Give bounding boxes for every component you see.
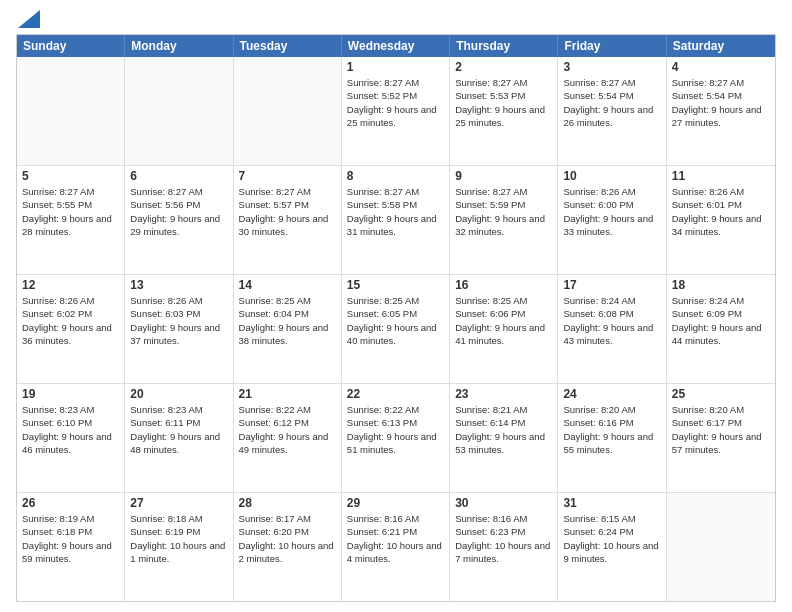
cell-date-number: 8 [347, 169, 444, 183]
day-header-wednesday: Wednesday [342, 35, 450, 57]
daylight-label: Daylight: 10 hours and 1 minute. [130, 540, 225, 564]
sunrise-label: Sunrise: 8:27 AM [22, 186, 94, 197]
daylight-label: Daylight: 9 hours and 41 minutes. [455, 322, 545, 346]
daylight-label: Daylight: 9 hours and 38 minutes. [239, 322, 329, 346]
cell-7: 7Sunrise: 8:27 AMSunset: 5:57 PMDaylight… [234, 166, 342, 274]
sunrise-label: Sunrise: 8:15 AM [563, 513, 635, 524]
sunset-label: Sunset: 6:08 PM [563, 308, 633, 319]
cell-20: 20Sunrise: 8:23 AMSunset: 6:11 PMDayligh… [125, 384, 233, 492]
cell-date-number: 25 [672, 387, 770, 401]
sunrise-label: Sunrise: 8:22 AM [347, 404, 419, 415]
cell-date-number: 20 [130, 387, 227, 401]
cell-info: Sunrise: 8:27 AMSunset: 5:56 PMDaylight:… [130, 185, 227, 238]
cell-1: 1Sunrise: 8:27 AMSunset: 5:52 PMDaylight… [342, 57, 450, 165]
cell-25: 25Sunrise: 8:20 AMSunset: 6:17 PMDayligh… [667, 384, 775, 492]
cell-12: 12Sunrise: 8:26 AMSunset: 6:02 PMDayligh… [17, 275, 125, 383]
daylight-label: Daylight: 9 hours and 55 minutes. [563, 431, 653, 455]
cell-info: Sunrise: 8:20 AMSunset: 6:17 PMDaylight:… [672, 403, 770, 456]
cell-date-number: 13 [130, 278, 227, 292]
cell-date-number: 18 [672, 278, 770, 292]
cell-info: Sunrise: 8:18 AMSunset: 6:19 PMDaylight:… [130, 512, 227, 565]
cell-info: Sunrise: 8:27 AMSunset: 5:58 PMDaylight:… [347, 185, 444, 238]
cell-18: 18Sunrise: 8:24 AMSunset: 6:09 PMDayligh… [667, 275, 775, 383]
cell-date-number: 2 [455, 60, 552, 74]
sunrise-label: Sunrise: 8:22 AM [239, 404, 311, 415]
cell-date-number: 5 [22, 169, 119, 183]
cell-info: Sunrise: 8:27 AMSunset: 5:54 PMDaylight:… [563, 76, 660, 129]
sunset-label: Sunset: 6:09 PM [672, 308, 742, 319]
cell-info: Sunrise: 8:23 AMSunset: 6:11 PMDaylight:… [130, 403, 227, 456]
daylight-label: Daylight: 9 hours and 36 minutes. [22, 322, 112, 346]
cell-date-number: 29 [347, 496, 444, 510]
sunset-label: Sunset: 6:24 PM [563, 526, 633, 537]
sunset-label: Sunset: 6:20 PM [239, 526, 309, 537]
cell-date-number: 24 [563, 387, 660, 401]
cell-info: Sunrise: 8:25 AMSunset: 6:05 PMDaylight:… [347, 294, 444, 347]
sunrise-label: Sunrise: 8:27 AM [347, 186, 419, 197]
cell-info: Sunrise: 8:16 AMSunset: 6:21 PMDaylight:… [347, 512, 444, 565]
daylight-label: Daylight: 9 hours and 31 minutes. [347, 213, 437, 237]
sunrise-label: Sunrise: 8:19 AM [22, 513, 94, 524]
sunset-label: Sunset: 6:19 PM [130, 526, 200, 537]
sunset-label: Sunset: 6:01 PM [672, 199, 742, 210]
cell-14: 14Sunrise: 8:25 AMSunset: 6:04 PMDayligh… [234, 275, 342, 383]
sunrise-label: Sunrise: 8:27 AM [455, 77, 527, 88]
cell-date-number: 23 [455, 387, 552, 401]
sunset-label: Sunset: 5:55 PM [22, 199, 92, 210]
sunset-label: Sunset: 6:21 PM [347, 526, 417, 537]
sunset-label: Sunset: 5:57 PM [239, 199, 309, 210]
sunset-label: Sunset: 6:17 PM [672, 417, 742, 428]
cell-6: 6Sunrise: 8:27 AMSunset: 5:56 PMDaylight… [125, 166, 233, 274]
cell-19: 19Sunrise: 8:23 AMSunset: 6:10 PMDayligh… [17, 384, 125, 492]
sunset-label: Sunset: 6:14 PM [455, 417, 525, 428]
logo-icon [18, 10, 40, 28]
daylight-label: Daylight: 9 hours and 44 minutes. [672, 322, 762, 346]
sunset-label: Sunset: 6:11 PM [130, 417, 200, 428]
sunrise-label: Sunrise: 8:27 AM [563, 77, 635, 88]
daylight-label: Daylight: 9 hours and 30 minutes. [239, 213, 329, 237]
cell-date-number: 3 [563, 60, 660, 74]
header [16, 12, 776, 26]
cell-info: Sunrise: 8:27 AMSunset: 5:57 PMDaylight:… [239, 185, 336, 238]
daylight-label: Daylight: 9 hours and 43 minutes. [563, 322, 653, 346]
sunset-label: Sunset: 5:52 PM [347, 90, 417, 101]
cell-date-number: 1 [347, 60, 444, 74]
sunrise-label: Sunrise: 8:20 AM [563, 404, 635, 415]
cell-info: Sunrise: 8:26 AMSunset: 6:03 PMDaylight:… [130, 294, 227, 347]
cell-date-number: 17 [563, 278, 660, 292]
cell-date-number: 19 [22, 387, 119, 401]
sunrise-label: Sunrise: 8:23 AM [130, 404, 202, 415]
cell-date-number: 11 [672, 169, 770, 183]
daylight-label: Daylight: 9 hours and 57 minutes. [672, 431, 762, 455]
cell-29: 29Sunrise: 8:16 AMSunset: 6:21 PMDayligh… [342, 493, 450, 601]
daylight-label: Daylight: 9 hours and 32 minutes. [455, 213, 545, 237]
cell-info: Sunrise: 8:15 AMSunset: 6:24 PMDaylight:… [563, 512, 660, 565]
cell-3: 3Sunrise: 8:27 AMSunset: 5:54 PMDaylight… [558, 57, 666, 165]
cell-info: Sunrise: 8:27 AMSunset: 5:55 PMDaylight:… [22, 185, 119, 238]
cell-info: Sunrise: 8:27 AMSunset: 5:53 PMDaylight:… [455, 76, 552, 129]
logo [16, 12, 40, 26]
cell-13: 13Sunrise: 8:26 AMSunset: 6:03 PMDayligh… [125, 275, 233, 383]
cell-info: Sunrise: 8:21 AMSunset: 6:14 PMDaylight:… [455, 403, 552, 456]
cell-empty-0 [17, 57, 125, 165]
day-header-sunday: Sunday [17, 35, 125, 57]
sunset-label: Sunset: 6:03 PM [130, 308, 200, 319]
sunrise-label: Sunrise: 8:27 AM [672, 77, 744, 88]
cell-info: Sunrise: 8:25 AMSunset: 6:06 PMDaylight:… [455, 294, 552, 347]
cell-info: Sunrise: 8:27 AMSunset: 5:52 PMDaylight:… [347, 76, 444, 129]
cell-10: 10Sunrise: 8:26 AMSunset: 6:00 PMDayligh… [558, 166, 666, 274]
cell-31: 31Sunrise: 8:15 AMSunset: 6:24 PMDayligh… [558, 493, 666, 601]
cell-info: Sunrise: 8:17 AMSunset: 6:20 PMDaylight:… [239, 512, 336, 565]
cell-info: Sunrise: 8:24 AMSunset: 6:08 PMDaylight:… [563, 294, 660, 347]
cell-24: 24Sunrise: 8:20 AMSunset: 6:16 PMDayligh… [558, 384, 666, 492]
daylight-label: Daylight: 10 hours and 2 minutes. [239, 540, 334, 564]
cell-date-number: 30 [455, 496, 552, 510]
sunrise-label: Sunrise: 8:24 AM [563, 295, 635, 306]
cell-date-number: 9 [455, 169, 552, 183]
cell-date-number: 12 [22, 278, 119, 292]
sunset-label: Sunset: 6:12 PM [239, 417, 309, 428]
cell-9: 9Sunrise: 8:27 AMSunset: 5:59 PMDaylight… [450, 166, 558, 274]
sunrise-label: Sunrise: 8:25 AM [239, 295, 311, 306]
cell-info: Sunrise: 8:23 AMSunset: 6:10 PMDaylight:… [22, 403, 119, 456]
day-header-monday: Monday [125, 35, 233, 57]
